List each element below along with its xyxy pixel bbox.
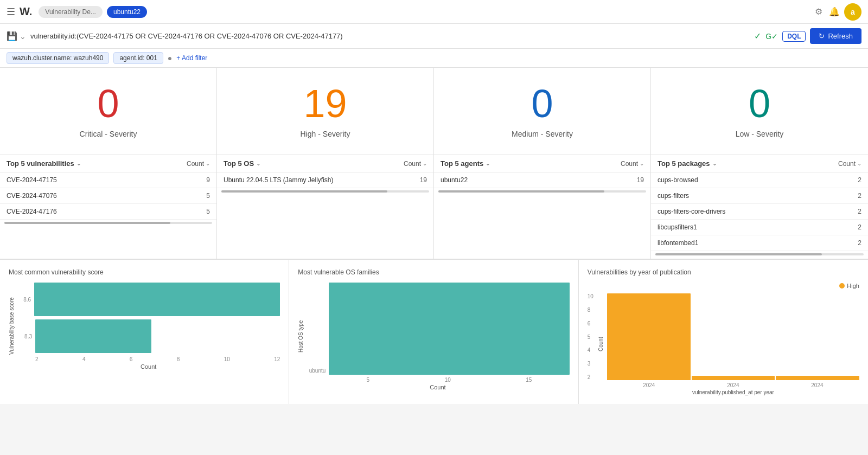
high-severity-card: 19 High - Severity (217, 68, 434, 155)
tables-row: Top 5 vulnerabilities ⌄ Count ⌄ CVE-2024… (0, 155, 868, 259)
high-label: High - Severity (228, 130, 423, 138)
high-count: 19 (228, 84, 423, 123)
bar-83 (35, 319, 151, 353)
low-severity-card: 0 Low - Severity (651, 68, 868, 155)
search-input[interactable] (30, 32, 750, 40)
nav-icons: ⚙ 🔔 (815, 7, 840, 17)
table-row: CVE-2024-47076 5 (0, 188, 216, 204)
scrollbar[interactable] (221, 190, 429, 193)
os-x-label: Count (306, 384, 569, 390)
critical-label: Critical - Severity (11, 130, 206, 138)
os-x-ticks: 5 10 15 (306, 377, 569, 383)
agents-title[interactable]: Top 5 agents ⌄ (441, 159, 490, 168)
dropdown-icon[interactable]: ⌄ (20, 32, 26, 41)
os-y-label: Host OS type (298, 283, 304, 390)
spell-check-icon: ✓ (754, 31, 761, 41)
packages-table: Top 5 packages ⌄ Count ⌄ cups-browsed 2 … (651, 155, 868, 259)
table-row: cups-filters 2 (651, 188, 868, 204)
vulnerabilities-count-header[interactable]: Count ⌄ (187, 160, 210, 168)
medium-severity-card: 0 Medium - Severity (434, 68, 651, 155)
os-bar (329, 283, 569, 375)
year-bars (607, 293, 859, 380)
agents-table: Top 5 agents ⌄ Count ⌄ ubuntu22 19 (434, 155, 651, 259)
year-bar-2 (776, 376, 859, 380)
search-controls[interactable]: 💾 ⌄ (7, 31, 26, 41)
vulnerability-score-title: Most common vulnerability score (9, 268, 280, 276)
packages-title[interactable]: Top 5 packages ⌄ (658, 159, 717, 168)
table-row: Ubuntu 22.04.5 LTS (Jammy Jellyfish) 19 (217, 172, 433, 188)
severity-row: 0 Critical - Severity 19 High - Severity… (0, 68, 868, 155)
table-row: libcupsfilters1 2 (651, 220, 868, 235)
grammar-icon: G✓ (765, 32, 778, 41)
filter-bar: wazuh.cluster.name: wazuh490 agent.id: 0… (0, 49, 868, 68)
year-bar-0 (607, 293, 691, 380)
year-chart-title: Vulnerabilities by year of publication (588, 268, 859, 276)
avatar: a (844, 3, 861, 21)
year-x-labels: 2024 2024 2024 (607, 382, 859, 388)
os-families-title: Most vulnerable OS families (298, 268, 569, 276)
x-axis-ticks: 2 4 6 8 10 12 (17, 356, 280, 362)
vulnerabilities-table: Top 5 vulnerabilities ⌄ Count ⌄ CVE-2024… (0, 155, 217, 259)
vulnerabilities-table-header: Top 5 vulnerabilities ⌄ Count ⌄ (0, 155, 216, 172)
filter-chip-agent[interactable]: agent.id: 001 (113, 52, 163, 64)
year-y-ticks: 2 3 4 5 6 8 10 (588, 293, 596, 380)
table-row: cups-browsed 2 (651, 172, 868, 188)
scrollbar[interactable] (655, 253, 864, 255)
table-row: libfontembed1 2 (651, 235, 868, 251)
year-bar-1 (692, 376, 775, 380)
vuln-score-y-label: Vulnerability base score (9, 283, 15, 370)
tab-vulnerability[interactable]: Vulnerability De... (39, 6, 103, 18)
scrollbar[interactable] (4, 222, 212, 224)
year-y-label: Count (598, 293, 604, 395)
legend-dot (839, 283, 845, 289)
dql-badge[interactable]: DQL (782, 31, 806, 42)
table-row: cups-filters-core-drivers 2 (651, 204, 868, 220)
critical-severity-card: 0 Critical - Severity (0, 68, 217, 155)
filter-chip-cluster[interactable]: wazuh.cluster.name: wazuh490 (7, 52, 109, 64)
critical-count: 0 (11, 84, 206, 123)
vulnerabilities-chevron: ⌄ (76, 161, 81, 166)
table-row: CVE-2024-47175 9 (0, 172, 216, 188)
low-label: Low - Severity (662, 130, 857, 138)
vuln-score-x-label: Count (17, 363, 280, 370)
save-icon[interactable]: 💾 (7, 31, 17, 41)
tab-ubuntu22[interactable]: ubuntu22 (107, 6, 147, 18)
os-table: Top 5 OS ⌄ Count ⌄ Ubuntu 22.04.5 LTS (J… (217, 155, 434, 259)
notifications-icon[interactable]: 🔔 (829, 7, 840, 17)
low-count: 0 (662, 84, 857, 123)
year-chart: Vulnerabilities by year of publication H… (579, 260, 868, 404)
agents-count-header[interactable]: Count ⌄ (621, 160, 644, 168)
add-filter-button[interactable]: + Add filter (176, 54, 207, 62)
medium-label: Medium - Severity (445, 130, 640, 138)
search-bar: 💾 ⌄ ✓ G✓ DQL ↻ Refresh (0, 24, 868, 49)
year-x-title: vulnerability.published_at per year (607, 389, 859, 395)
vulnerability-score-chart: Most common vulnerability score Vulnerab… (0, 260, 289, 404)
packages-table-header: Top 5 packages ⌄ Count ⌄ (651, 155, 868, 172)
bar-label-86: 8.6 (17, 297, 31, 303)
scrollbar[interactable] (438, 190, 646, 193)
os-count-header[interactable]: Count ⌄ (404, 160, 427, 168)
chart-legend: High (588, 283, 859, 289)
refresh-button[interactable]: ↻ Refresh (810, 28, 861, 44)
top-nav: ☰ W. Vulnerability De... ubuntu22 ⚙ 🔔 a (0, 0, 868, 24)
os-title[interactable]: Top 5 OS ⌄ (224, 159, 260, 168)
bar-86 (34, 283, 280, 316)
vulnerabilities-title[interactable]: Top 5 vulnerabilities ⌄ (7, 159, 81, 168)
packages-count-header[interactable]: Count ⌄ (838, 160, 861, 168)
table-row: CVE-2024-47176 5 (0, 204, 216, 220)
filter-icon[interactable]: ● (168, 54, 172, 62)
logo: W. (20, 5, 32, 18)
os-bar-label: ubuntu (306, 368, 326, 374)
settings-icon[interactable]: ⚙ (815, 7, 822, 17)
os-families-chart: Most vulnerable OS families Host OS type… (289, 260, 578, 404)
medium-count: 0 (445, 84, 640, 123)
legend-label: High (847, 283, 859, 289)
os-table-header: Top 5 OS ⌄ Count ⌄ (217, 155, 433, 172)
table-row: ubuntu22 19 (434, 172, 650, 188)
hamburger-icon[interactable]: ☰ (7, 6, 15, 18)
bar-label-83: 8.3 (17, 334, 32, 339)
refresh-icon: ↻ (819, 32, 825, 40)
agents-table-header: Top 5 agents ⌄ Count ⌄ (434, 155, 650, 172)
charts-row: Most common vulnerability score Vulnerab… (0, 259, 868, 404)
